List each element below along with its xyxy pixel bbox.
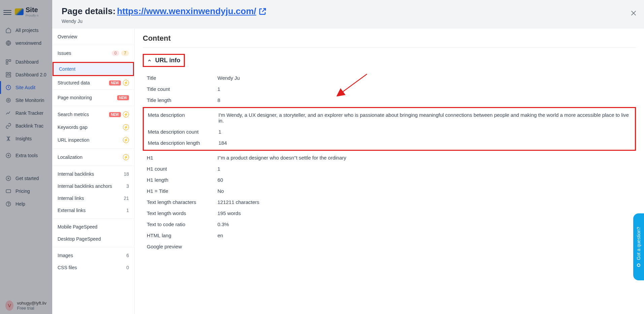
bolt-icon: ⚡ bbox=[123, 80, 129, 86]
detail-nav-search-metrics[interactable]: Search metrics NEW ⚡ bbox=[52, 108, 134, 121]
detail-nav-url-inspection[interactable]: URL inspection ⚡ bbox=[52, 134, 134, 146]
page-url-link[interactable]: https://www.wenxinwendyju.com/ bbox=[117, 6, 256, 16]
row-title-count: Title count1 bbox=[143, 83, 636, 95]
detail-nav-mobile-pagespeed[interactable]: Mobile PageSpeed bbox=[52, 221, 134, 233]
bolt-icon: ⚡ bbox=[123, 124, 129, 130]
detail-sidebar: Overview Issues 0 7 Content Structured d… bbox=[52, 29, 135, 314]
page-details-modal: Page details: https://www.wenxinwendyju.… bbox=[52, 0, 644, 314]
highlighted-meta-group: Meta descriptionI'm Wendy, a UX designer… bbox=[143, 107, 636, 151]
modal-subtitle: Wendy Ju bbox=[62, 19, 635, 24]
row-meta-description-count: Meta description count1 bbox=[144, 126, 635, 137]
detail-nav-external-links[interactable]: External links 1 bbox=[52, 204, 134, 216]
detail-nav-internal-links[interactable]: Internal links 21 bbox=[52, 192, 134, 204]
row-title: TitleWendy Ju bbox=[143, 72, 636, 83]
help-widget[interactable]: Got a question? bbox=[633, 213, 644, 280]
new-badge: NEW bbox=[109, 112, 121, 117]
content-panel: Content URL info TitleWendy Ju Title cou… bbox=[135, 29, 644, 314]
chevron-up-icon bbox=[147, 58, 152, 63]
row-google-preview: Google preview bbox=[143, 241, 636, 252]
detail-nav-css-files[interactable]: CSS files 0 bbox=[52, 261, 134, 274]
bolt-icon: ⚡ bbox=[123, 111, 129, 117]
external-link-icon[interactable] bbox=[258, 7, 267, 16]
issues-warning-count: 7 bbox=[121, 50, 129, 56]
row-meta-description-length: Meta description length184 bbox=[144, 137, 635, 148]
detail-nav-issues[interactable]: Issues 0 7 bbox=[52, 47, 134, 59]
row-meta-description: Meta descriptionI'm Wendy, a UX designer… bbox=[144, 109, 635, 126]
issues-error-count: 0 bbox=[112, 50, 120, 56]
row-h1-length: H1 length60 bbox=[143, 174, 636, 185]
detail-nav-images[interactable]: Images 6 bbox=[52, 249, 134, 261]
detail-nav-keywords-gap[interactable]: Keywords gap ⚡ bbox=[52, 121, 134, 134]
bolt-icon: ⚡ bbox=[123, 154, 129, 160]
help-dot-icon bbox=[637, 264, 640, 267]
bolt-icon: ⚡ bbox=[123, 137, 129, 143]
modal-header: Page details: https://www.wenxinwendyju.… bbox=[52, 0, 644, 29]
detail-nav-desktop-pagespeed[interactable]: Desktop PageSpeed bbox=[52, 233, 134, 245]
detail-nav-overview[interactable]: Overview bbox=[52, 31, 134, 43]
row-h1-eq-title: H1 = TitleNo bbox=[143, 185, 636, 197]
row-h1-count: H1 count1 bbox=[143, 163, 636, 174]
row-title-length: Title length8 bbox=[143, 95, 636, 106]
new-badge: NEW bbox=[109, 80, 121, 85]
close-button[interactable] bbox=[630, 9, 637, 17]
detail-nav-internal-backlinks[interactable]: Internal backlinks 18 bbox=[52, 168, 134, 180]
row-text-words: Text length words195 words bbox=[143, 208, 636, 219]
detail-nav-structured-data[interactable]: Structured data NEW ⚡ bbox=[52, 76, 134, 89]
detail-nav-localization[interactable]: Localization ⚡ bbox=[52, 151, 134, 164]
detail-nav-content[interactable]: Content bbox=[54, 63, 133, 75]
row-text-chars: Text length characters121211 characters bbox=[143, 197, 636, 208]
detail-nav-internal-backlinks-anchors[interactable]: Internal backlinks anchors 3 bbox=[52, 180, 134, 192]
modal-title: Page details: https://www.wenxinwendyju.… bbox=[62, 6, 635, 16]
new-badge: NEW bbox=[117, 95, 129, 100]
row-h1: H1I''m a product designer who doesn''t s… bbox=[143, 152, 636, 163]
content-heading: Content bbox=[143, 34, 636, 48]
detail-nav-page-monitoring[interactable]: Page monitoring NEW bbox=[52, 92, 134, 104]
section-url-info-toggle[interactable]: URL info bbox=[143, 54, 185, 67]
row-text-ratio: Text to code ratio0.3% bbox=[143, 219, 636, 230]
row-html-lang: HTML langen bbox=[143, 230, 636, 241]
